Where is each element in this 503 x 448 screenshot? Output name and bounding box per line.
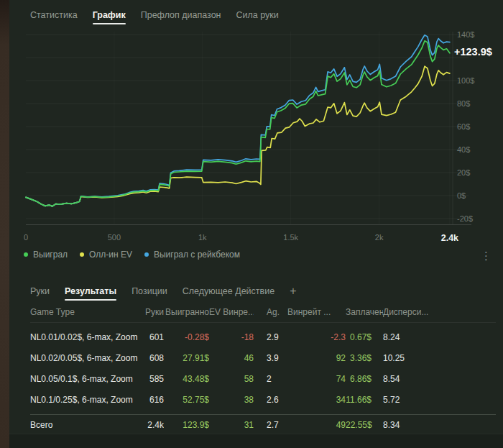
add-tab-plus-icon[interactable]: + xyxy=(290,279,296,301)
table-cell: 31 xyxy=(209,420,254,430)
table-cell: 2.9 xyxy=(254,332,285,342)
table-cell: 6.86$ xyxy=(346,374,383,384)
table-row[interactable]: NL0.1/0.25$, 6-max, Zoom61652.75$382.634… xyxy=(30,389,496,410)
chart-legend: Выиграл Олл-ин EV Выиграл с рейкбеком xyxy=(24,250,240,260)
table-cell: 2 xyxy=(254,374,285,384)
column-header[interactable]: Выигранно xyxy=(164,307,209,317)
table-cell: Всего xyxy=(30,420,144,430)
column-header[interactable]: Заплачен... xyxy=(346,307,383,317)
legend-item-won[interactable]: Выиграл xyxy=(24,250,68,260)
y-axis-tick: 0$ xyxy=(457,191,466,200)
table-cell: 601 xyxy=(144,332,164,342)
y-axis-tick: -20$ xyxy=(457,214,473,223)
legend-item-rakeback[interactable]: Выиграл с рейкбеком xyxy=(144,250,240,260)
table-cell: 3.9 xyxy=(254,353,285,363)
column-header[interactable]: Дисперси... xyxy=(383,307,496,317)
table-cell: 8.54 xyxy=(383,374,496,384)
table-cell: 11.66$ xyxy=(346,395,383,405)
y-axis-tick: 20$ xyxy=(457,168,470,177)
table-cell: -0.28$ xyxy=(164,332,209,342)
chart-menu-kebab-icon[interactable]: ⋮ xyxy=(476,248,496,264)
table-row[interactable]: NL0.02/0.05$, 6-max, Zoom60827.91$463.99… xyxy=(30,347,496,368)
y-axis-tick: 40$ xyxy=(457,145,470,154)
table-row[interactable]: NL0.01/0.02$, 6-max, Zoom601-0.28$-182.9… xyxy=(30,326,496,347)
table-cell: 2.6 xyxy=(254,395,285,405)
table-cell: 46 xyxy=(209,353,254,363)
table-cell: 0.67$ xyxy=(346,332,383,342)
results-table: Game TypeРукиВыигранноEV Винре...Ag.Винр… xyxy=(30,302,496,435)
x-axis-tick: 2.4k xyxy=(441,233,458,243)
column-header[interactable]: Руки xyxy=(144,307,164,317)
table-cell: NL0.1/0.25$, 6-max, Zoom xyxy=(30,395,144,405)
column-header[interactable]: Game Type xyxy=(30,307,144,317)
tab-next-action[interactable]: Следующее Действие xyxy=(183,279,274,301)
column-header[interactable]: EV Винре... xyxy=(209,307,254,317)
table-cell: 74 xyxy=(285,374,346,384)
table-cell: 27.91$ xyxy=(164,353,209,363)
table-cell: 49 xyxy=(285,420,346,430)
table-cell: 608 xyxy=(144,353,164,363)
y-axis-tick: 60$ xyxy=(457,122,470,131)
footer-band xyxy=(9,434,503,448)
y-axis-tick: 80$ xyxy=(457,99,470,108)
poker-tracker-window: Статистика График Префлоп диапазон Сила … xyxy=(0,0,503,448)
y-axis-tick: 140$ xyxy=(457,30,474,39)
x-axis-tick: 1k xyxy=(198,233,207,242)
legend-label: Выиграл с рейкбеком xyxy=(154,250,240,260)
table-body: NL0.01/0.02$, 6-max, Zoom601-0.28$-182.9… xyxy=(30,323,496,410)
x-axis-tick: 0 xyxy=(24,233,28,242)
table-cell: 10.25 xyxy=(383,353,496,363)
table-cell: 34 xyxy=(285,395,346,405)
tab-positions[interactable]: Позиции xyxy=(131,279,167,301)
legend-item-allin-ev[interactable]: Олл-ин EV xyxy=(80,250,132,260)
table-total-row: Всего2.4k123.9$312.74922.55$8.34 xyxy=(30,414,496,435)
table-cell: 92 xyxy=(285,353,346,363)
table-cell: 8.24 xyxy=(383,332,496,342)
winnings-chart: +123.9$ Выиграл Олл-ин EV Выиграл с рейк… xyxy=(0,0,503,278)
table-cell: 2.7 xyxy=(254,420,285,430)
x-axis-tick: 1.5k xyxy=(283,233,298,242)
table-row[interactable]: NL0.05/0.1$, 6-max, Zoom58543.48$582746.… xyxy=(30,368,496,389)
series-won xyxy=(26,41,450,206)
chart-canvas[interactable] xyxy=(0,0,503,278)
column-header[interactable]: Винрейт ... xyxy=(285,307,346,317)
table-cell: NL0.05/0.1$, 6-max, Zoom xyxy=(30,374,144,384)
legend-dot-allin-ev-icon xyxy=(80,252,84,257)
legend-dot-rakeback-icon xyxy=(144,252,149,257)
table-cell: 38 xyxy=(209,395,254,405)
legend-label: Олл-ин EV xyxy=(89,250,132,260)
table-cell: 8.34 xyxy=(383,420,496,430)
table-cell: 52.75$ xyxy=(164,395,209,405)
table-cell: 5.72 xyxy=(383,395,496,405)
table-cell: 585 xyxy=(144,374,164,384)
table-header-row: Game TypeРукиВыигранноEV Винре...Ag.Винр… xyxy=(30,302,496,323)
current-total-label: +123.9$ xyxy=(454,46,492,58)
table-cell: 123.9$ xyxy=(164,420,209,430)
table-cell: -18 xyxy=(209,332,254,342)
legend-label: Выиграл xyxy=(33,250,68,260)
tab-results[interactable]: Результаты xyxy=(65,279,116,301)
table-cell: 616 xyxy=(144,395,164,405)
table-cell: NL0.01/0.02$, 6-max, Zoom xyxy=(30,332,144,342)
table-cell: -2.3 xyxy=(285,332,346,342)
column-header[interactable]: Ag. xyxy=(254,307,285,317)
y-axis-tick: 100$ xyxy=(457,76,474,85)
table-cell: 3.36$ xyxy=(346,353,383,363)
table-cell: 43.48$ xyxy=(164,374,209,384)
series-rakeback xyxy=(26,35,450,206)
table-cell: 58 xyxy=(209,374,254,384)
table-cell: 22.55$ xyxy=(346,420,383,430)
x-axis-tick: 2k xyxy=(375,233,384,242)
x-axis-tick: 500 xyxy=(108,233,121,242)
table-cell: 2.4k xyxy=(144,420,164,430)
results-tab-bar: Руки Результаты Позиции Следующее Действ… xyxy=(30,279,297,301)
legend-dot-won-icon xyxy=(24,252,28,257)
tab-hands[interactable]: Руки xyxy=(30,279,50,301)
table-cell: NL0.02/0.05$, 6-max, Zoom xyxy=(30,353,144,363)
